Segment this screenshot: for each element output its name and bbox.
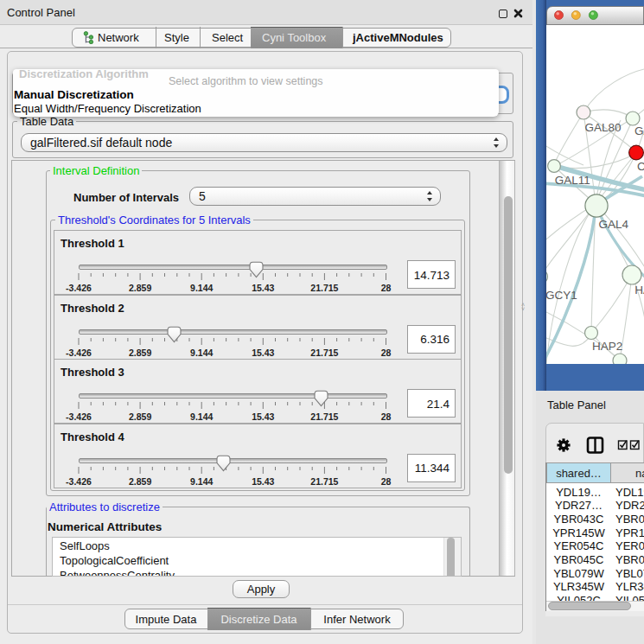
svg-text:GAL80: GAL80 bbox=[585, 121, 622, 134]
svg-text:GCY1: GCY1 bbox=[546, 289, 577, 302]
svg-text:GAL11: GAL11 bbox=[555, 174, 590, 187]
svg-text:HAP2: HAP2 bbox=[592, 340, 622, 353]
svg-text:GAL4: GAL4 bbox=[598, 218, 628, 231]
svg-text:GAL…: GAL… bbox=[634, 124, 644, 137]
svg-text:CA…: CA… bbox=[637, 160, 644, 173]
svg-text:HA: HA bbox=[634, 284, 644, 296]
